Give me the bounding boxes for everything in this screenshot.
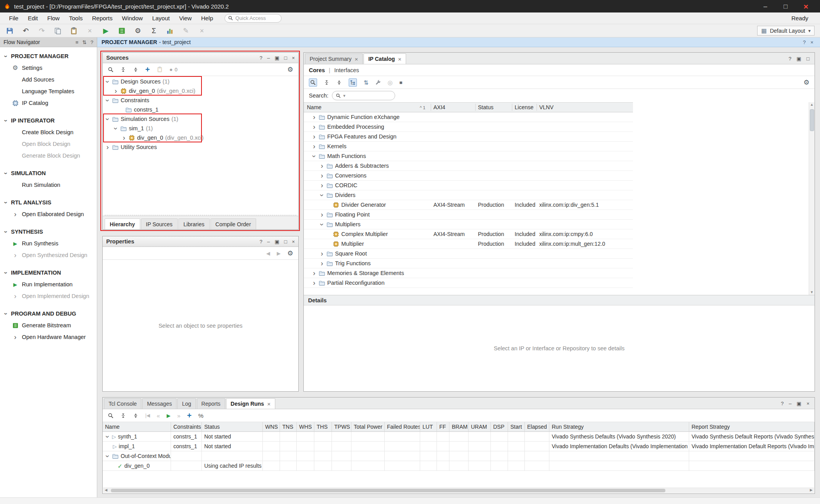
catalog-search-input[interactable]: ▾ (332, 91, 395, 100)
float-icon[interactable]: ▣ (797, 56, 801, 61)
column-axi4[interactable]: AXI4 (433, 104, 445, 110)
chevron-right-icon[interactable]: › (121, 135, 127, 140)
reset-runs-button[interactable]: |◀ (145, 413, 150, 418)
step-back-button[interactable]: « (157, 413, 160, 419)
subtab-interfaces[interactable]: Interfaces (334, 67, 359, 73)
close-icon[interactable]: × (398, 56, 401, 62)
close-icon[interactable]: × (806, 401, 809, 406)
program-device-button[interactable] (118, 27, 126, 35)
settings-gear-button[interactable]: ⚙ (804, 79, 809, 86)
chevron-down-icon[interactable]: › (113, 126, 118, 131)
step-forward-button[interactable]: » (177, 413, 180, 419)
ip-row-divider-generator[interactable]: Divider GeneratorAXI4-StreamProductionIn… (304, 200, 633, 210)
column-whs[interactable]: WHS (297, 422, 314, 432)
menu-flow[interactable]: Flow (43, 13, 64, 23)
quick-access-search[interactable] (225, 14, 282, 23)
column-vlnv[interactable]: VLNV (539, 104, 554, 110)
flow-item-run-implementation[interactable]: ▶Run Implementation (0, 279, 97, 290)
close-icon[interactable]: × (292, 239, 295, 244)
flow-section-ip-integrator[interactable]: ›IP INTEGRATOR (0, 115, 97, 126)
chevron-down-icon[interactable]: › (319, 193, 324, 198)
layout-selector[interactable]: ▦ Default Layout ▾ (757, 26, 815, 35)
chevron-right-icon[interactable]: › (312, 115, 317, 120)
ip-row-partial-reconfiguration[interactable]: ›Partial Reconfiguration (304, 278, 633, 288)
scrollbar-thumb[interactable] (810, 109, 814, 131)
chevron-right-icon[interactable]: › (105, 145, 110, 150)
collapse-all-button[interactable] (324, 80, 330, 85)
column-lut[interactable]: LUT (420, 422, 437, 432)
help-icon[interactable]: ? (789, 56, 791, 61)
vertical-scrollbar[interactable]: ▲ ▼ (809, 102, 815, 295)
column-wns[interactable]: WNS (263, 422, 280, 432)
chevron-right-icon[interactable]: › (312, 144, 317, 149)
help-icon[interactable]: ? (803, 40, 806, 45)
tree-item-sim-div-gen-0[interactable]: ›div_gen_0(div_gen_0.xci) (103, 133, 298, 142)
sum-reports-button[interactable]: Σ (150, 27, 158, 35)
menu-view[interactable]: View (175, 13, 196, 23)
column-elapsed[interactable]: Elapsed (525, 422, 549, 432)
chevron-down-icon[interactable]: › (105, 98, 110, 103)
expand-all-button[interactable] (133, 67, 139, 73)
column-run-strategy[interactable]: Run Strategy (549, 422, 689, 432)
flow-item-open-block-design[interactable]: Open Block Design (0, 138, 97, 150)
copy-button[interactable] (53, 27, 62, 35)
close-icon[interactable]: × (810, 40, 813, 45)
flow-item-open-hardware-manager[interactable]: ›Open Hardware Manager (0, 331, 97, 343)
horizontal-scrollbar[interactable]: ◀ ▶ (103, 488, 814, 493)
help-icon[interactable]: ? (260, 239, 262, 244)
search-button[interactable] (309, 78, 317, 87)
flow-item-open-implemented-design[interactable]: ›Open Implemented Design (0, 290, 97, 302)
dashboard-button[interactable] (166, 27, 174, 35)
run-button[interactable]: ▶ (102, 27, 110, 35)
menu-file[interactable]: File (5, 13, 23, 23)
run-row-ooc-module-runs[interactable]: ›Out-of-Context Module Runs (103, 451, 815, 461)
chevron-right-icon[interactable]: › (312, 134, 317, 139)
chevron-right-icon[interactable]: › (319, 261, 324, 266)
tab-libraries[interactable]: Libraries (178, 218, 210, 229)
flow-item-run-simulation[interactable]: Run Simulation (0, 179, 97, 191)
menu-reports[interactable]: Reports (88, 13, 117, 23)
tab-log[interactable]: Log (177, 398, 196, 409)
column-failed-routes[interactable]: Failed Routes (385, 422, 420, 432)
tree-item-simulation-sources[interactable]: ›Simulation Sources(1) (103, 114, 298, 124)
column-name[interactable]: Name (103, 422, 171, 432)
menu-icon[interactable]: ≡ (75, 40, 78, 45)
chevron-right-icon[interactable]: › (312, 271, 317, 276)
column-tpws[interactable]: TPWS (332, 422, 351, 432)
settings-button[interactable]: ⚙ (134, 27, 142, 35)
ip-row-complex-multiplier[interactable]: Complex MultiplierAXI4-StreamProductionI… (304, 229, 633, 239)
ip-row-dynamic-function-exchange[interactable]: ›Dynamic Function eXchange (304, 112, 633, 122)
ip-row-conversions[interactable]: ›Conversions (304, 171, 633, 181)
expand-collapse-icon[interactable]: ⇅ (82, 40, 87, 45)
ip-row-cordic[interactable]: ›CORDIC (304, 181, 633, 190)
tab-design-runs[interactable]: Design Runs× (226, 398, 275, 409)
scrollbar-thumb[interactable] (111, 489, 665, 492)
column-license[interactable]: License (515, 104, 533, 110)
restore-defaults-button[interactable]: ⇅ (364, 80, 369, 85)
add-sources-button[interactable]: + (145, 66, 150, 73)
column-dsp[interactable]: DSP (491, 422, 508, 432)
redo-button[interactable]: ↷ (37, 27, 46, 35)
run-row-impl-1[interactable]: ▷impl_1 constrs_1 Not started Vivado Imp… (103, 442, 815, 451)
cancel-button[interactable]: × (198, 27, 206, 35)
chevron-right-icon[interactable]: › (113, 89, 118, 94)
maximize-icon[interactable]: □ (806, 56, 809, 61)
help-icon[interactable]: ? (781, 401, 784, 406)
create-run-button[interactable]: + (187, 412, 192, 419)
tab-compile-order[interactable]: Compile Order (210, 218, 256, 229)
column-report-strategy[interactable]: Report Strategy (689, 422, 815, 432)
report-button[interactable] (157, 66, 163, 73)
scroll-left-icon[interactable]: ◀ (105, 488, 107, 492)
delete-button[interactable]: × (86, 27, 94, 35)
flow-item-generate-block-design[interactable]: Generate Block Design (0, 150, 97, 161)
tab-tcl-console[interactable]: Tcl Console (104, 398, 141, 409)
quick-access-input[interactable] (235, 15, 276, 21)
properties-panel-header[interactable]: Properties ? – ▣ □ × (103, 236, 298, 247)
tab-reports[interactable]: Reports (197, 398, 225, 409)
flow-section-synthesis[interactable]: ›SYNTHESIS (0, 226, 97, 238)
menu-window[interactable]: Window (118, 13, 147, 23)
tree-item-constrs-1[interactable]: constrs_1 (103, 105, 298, 114)
hierarchy-view-button[interactable] (349, 78, 357, 87)
ip-row-multiplier[interactable]: MultiplierProductionIncludedxilinx.com:i… (304, 239, 633, 249)
ip-row-multipliers[interactable]: ›Multipliers (304, 220, 633, 229)
